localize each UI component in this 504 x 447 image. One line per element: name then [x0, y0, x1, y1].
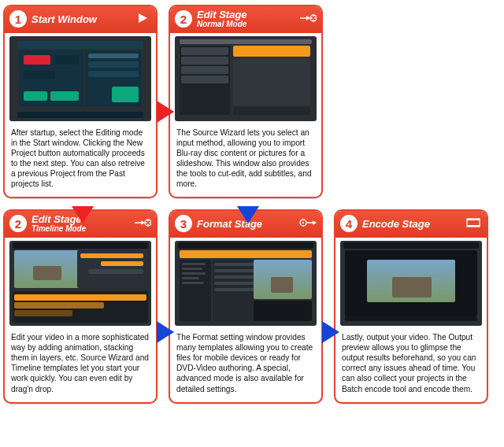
- card-description: The Format setting window provides many …: [170, 329, 321, 401]
- svg-marker-2: [306, 16, 310, 20]
- card-start-window: 1 Start Window After startup, select the…: [3, 5, 158, 198]
- card-header: 4 Encode Stage: [335, 211, 487, 238]
- screenshot-start-window: [9, 36, 151, 121]
- card-description: Edit your video in a more sophisticated …: [5, 329, 156, 401]
- step-number: 2: [175, 10, 192, 28]
- card-description: After startup, select the Editing mode i…: [5, 124, 156, 197]
- svg-point-14: [146, 222, 147, 224]
- svg-rect-20: [467, 219, 480, 220]
- svg-marker-9: [141, 220, 145, 225]
- workflow-grid: 1 Start Window After startup, select the…: [0, 0, 504, 408]
- step-number: 4: [340, 215, 358, 232]
- card-edit-timeline: 2 Edit Stage Timeline Mode Edit your vid…: [3, 209, 158, 403]
- svg-point-6: [313, 20, 314, 21]
- screenshot-edit-normal: [175, 36, 317, 121]
- arrow-editnormal-to-format: [237, 206, 259, 224]
- card-header: 1 Start Window: [5, 6, 156, 33]
- arrow-start-to-edit: [157, 101, 174, 123]
- card-format-stage: 3 Format Stage The Format setting wind: [169, 209, 323, 403]
- step-number: 1: [9, 10, 27, 28]
- card-subtitle: Normal Mode: [197, 20, 247, 28]
- svg-point-13: [147, 224, 149, 226]
- screenshot-edit-timeline: [9, 241, 151, 326]
- reel-arrow-icon: [134, 216, 151, 230]
- svg-marker-0: [139, 13, 147, 23]
- svg-point-5: [314, 17, 316, 19]
- svg-point-11: [147, 220, 149, 222]
- arrow-format-to-encode: [322, 321, 339, 343]
- card-subtitle: Timeline Mode: [32, 225, 86, 233]
- gear-arrow-icon: [299, 216, 317, 230]
- arrow-timeline-to-format: [157, 321, 174, 343]
- card-title: Start Window: [32, 14, 97, 24]
- svg-point-7: [311, 17, 313, 19]
- svg-marker-18: [313, 220, 317, 225]
- card-title: Edit Stage: [197, 9, 247, 20]
- reel-arrow-icon: [299, 11, 317, 25]
- screenshot-encode-stage: [340, 241, 482, 326]
- svg-point-12: [149, 222, 150, 224]
- svg-point-16: [302, 222, 305, 224]
- play-icon: [134, 11, 151, 25]
- svg-point-4: [313, 16, 314, 17]
- arrow-start-to-timeline: [72, 206, 94, 224]
- step-number: 3: [175, 215, 192, 232]
- step-number: 2: [9, 215, 27, 232]
- filmstrip-icon: [465, 216, 482, 230]
- card-description: Lastly, output your video. The Output pr…: [335, 329, 487, 401]
- svg-rect-21: [467, 225, 480, 227]
- card-header: 2 Edit Stage Normal Mode: [170, 6, 321, 33]
- screenshot-format-stage: [175, 241, 317, 326]
- card-description: The Source Wizard lets you select an inp…: [170, 124, 321, 197]
- card-encode-stage: 4 Encode Stage Lastly, output your video…: [334, 209, 488, 403]
- card-title: Encode Stage: [362, 219, 430, 229]
- card-edit-normal: 2 Edit Stage Normal Mode The Source Wiza…: [169, 5, 323, 198]
